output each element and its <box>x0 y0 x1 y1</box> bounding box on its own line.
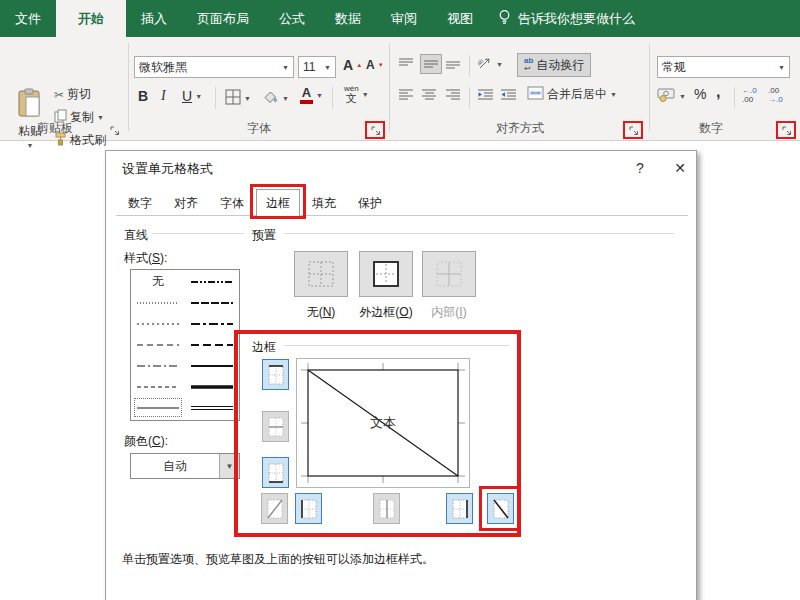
wrap-text-label: 自动换行 <box>536 57 584 74</box>
border-inner-horizontal-button[interactable] <box>262 411 289 442</box>
dialog-tab-protection[interactable]: 保护 <box>348 191 392 215</box>
border-right-button[interactable] <box>446 493 473 524</box>
align-center-button[interactable] <box>421 88 437 102</box>
dialog-tab-alignment[interactable]: 对齐 <box>164 191 208 215</box>
align-middle-button[interactable] <box>420 54 442 74</box>
underline-button[interactable]: U ▼ <box>182 88 202 104</box>
line-style-medium[interactable] <box>187 355 237 376</box>
preset-outline-button[interactable] <box>359 251 413 297</box>
tab-home[interactable]: 开始 <box>56 0 126 37</box>
line-style-thick[interactable] <box>187 376 237 397</box>
accounting-format-button[interactable]: ▼ <box>657 87 686 106</box>
line-style-hair[interactable] <box>133 292 183 313</box>
line-style-double[interactable] <box>187 397 237 418</box>
caret-icon: ▼ <box>282 64 289 71</box>
line-style-med-dash-dot-dot[interactable] <box>187 271 237 292</box>
border-bottom-button[interactable] <box>262 457 289 488</box>
border-left-button[interactable] <box>295 493 322 524</box>
line-style-med-dash-dot[interactable] <box>187 313 237 334</box>
preset-outline-label: 外边框(O) <box>353 304 419 321</box>
align-left-button[interactable] <box>398 88 414 102</box>
italic-button[interactable]: I <box>161 88 166 104</box>
preset-none-button[interactable] <box>294 251 348 297</box>
comma-style-button[interactable]: , <box>716 83 720 101</box>
clipboard-dialog-launcher[interactable] <box>108 124 122 137</box>
scissors-icon: ✂ <box>54 88 64 102</box>
line-style-slant-dash-dot[interactable] <box>187 292 237 313</box>
bold-button[interactable]: B <box>138 88 148 104</box>
caret-icon: ▼ <box>496 61 503 68</box>
number-dialog-launcher[interactable] <box>780 124 794 137</box>
align-right-button[interactable] <box>445 88 461 102</box>
dialog-tab-font[interactable]: 字体 <box>210 191 254 215</box>
font-dialog-launcher[interactable] <box>369 124 383 137</box>
number-format-combo[interactable]: 常规 ▼ <box>657 56 790 78</box>
caret-icon: ▼ <box>610 91 617 98</box>
fill-color-button[interactable]: ▼ <box>262 89 289 108</box>
preset-inside-icon <box>434 259 464 289</box>
line-style-dotted[interactable] <box>133 313 183 334</box>
border-inner-vertical-button[interactable] <box>373 493 400 524</box>
border-inner-vertical-icon <box>378 498 396 520</box>
paint-bucket-icon <box>262 89 279 108</box>
tab-review[interactable]: 审阅 <box>376 0 432 37</box>
tab-file[interactable]: 文件 <box>0 0 56 37</box>
comma-label: , <box>716 83 720 101</box>
tab-view[interactable]: 视图 <box>432 0 488 37</box>
increase-decimal-button[interactable]: ←.0.00 <box>742 86 757 104</box>
shrink-font-button[interactable]: A▼ <box>366 58 384 72</box>
font-size-combo[interactable]: 11 ▼ <box>298 56 336 78</box>
line-style-med-dashed[interactable] <box>187 334 237 355</box>
border-preview[interactable]: 文本 <box>296 358 470 488</box>
tabstrip-baseline <box>116 215 688 216</box>
increase-indent-button[interactable] <box>500 88 517 102</box>
align-bottom-button[interactable] <box>445 57 461 71</box>
orientation-button[interactable]: ab ▼ <box>477 55 503 74</box>
alignment-dialog-launcher[interactable] <box>627 124 641 137</box>
grow-font-button[interactable]: A▲ <box>343 57 362 73</box>
cut-button[interactable]: ✂ 剪切 <box>54 86 91 103</box>
preset-inside-button[interactable] <box>422 251 476 297</box>
wrap-text-icon: ab↩ <box>524 57 533 73</box>
font-family-combo[interactable]: 微软雅黑 ▼ <box>134 56 294 78</box>
tab-data[interactable]: 数据 <box>320 0 376 37</box>
cut-label: 剪切 <box>67 86 91 103</box>
separator <box>469 55 470 77</box>
separator <box>215 87 216 109</box>
align-top-icon <box>398 57 414 71</box>
font-color-button[interactable]: A ▼ <box>300 86 323 104</box>
dialog-tab-number[interactable]: 数字 <box>118 191 162 215</box>
wrap-text-button[interactable]: ab↩ 自动换行 <box>517 53 591 77</box>
tab-insert[interactable]: 插入 <box>126 0 182 37</box>
tell-me-box[interactable]: 告诉我你想要做什么 <box>488 0 645 37</box>
line-style-dashed[interactable] <box>133 334 183 355</box>
border-bottom-icon <box>267 462 285 484</box>
merge-center-button[interactable]: 合并后居中 ▼ <box>527 86 617 103</box>
decrease-decimal-button[interactable]: .00→.0 <box>768 86 783 104</box>
border-diagonal-down-button[interactable] <box>487 493 514 524</box>
align-top-button[interactable] <box>398 57 414 71</box>
paste-button[interactable]: 粘贴 ▼ <box>8 81 52 155</box>
dialog-close-button[interactable]: ✕ <box>664 155 696 181</box>
border-color-dropdown[interactable]: 自动 ▼ <box>130 453 240 479</box>
border-top-icon <box>267 364 285 386</box>
line-style-dash-dot[interactable] <box>133 355 183 376</box>
border-top-button[interactable] <box>262 359 289 390</box>
dialog-help-button[interactable]: ? <box>624 155 656 181</box>
dialog-tab-fill[interactable]: 填充 <box>302 191 346 215</box>
tab-formulas[interactable]: 公式 <box>264 0 320 37</box>
phonetic-guide-button[interactable]: wén 文 ▼ <box>344 85 369 104</box>
line-style-short-dash[interactable] <box>133 376 183 397</box>
borders-button[interactable]: ▼ <box>225 89 251 108</box>
percent-style-button[interactable]: % <box>694 86 706 102</box>
border-diagonal-up-button[interactable] <box>261 493 288 524</box>
dialog-tab-border[interactable]: 边框 <box>256 189 300 216</box>
none-label: 无 <box>152 273 164 290</box>
tab-page-layout[interactable]: 页面布局 <box>182 0 264 37</box>
line-style-thin-selected[interactable] <box>133 397 183 418</box>
line-style-none[interactable]: 无 <box>133 271 183 292</box>
caret-icon: ▼ <box>778 64 785 71</box>
svg-text:ab: ab <box>477 57 485 66</box>
preset-none-label: 无(N) <box>288 304 354 321</box>
decrease-indent-button[interactable] <box>477 88 494 102</box>
